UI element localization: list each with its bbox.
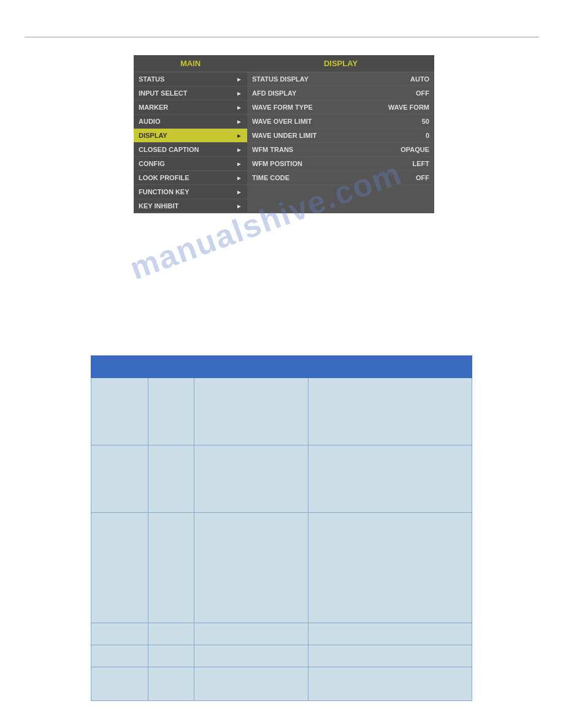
table-cell: [194, 378, 308, 446]
menu-item-key-inhibit-arrow: ►: [236, 203, 242, 210]
menu-item-status[interactable]: STATUS ►: [134, 72, 247, 86]
table-row: [91, 645, 472, 667]
table-cell: [308, 513, 472, 623]
menu-item-marker-label: MARKER: [139, 104, 168, 111]
table-cell: [308, 623, 472, 645]
table-cell: [91, 513, 148, 623]
table-row: [91, 378, 472, 446]
menu-item-status-label: STATUS: [139, 75, 164, 83]
table-cell: [194, 667, 308, 701]
table-cell: [148, 446, 194, 513]
table-cell: [148, 645, 194, 667]
menu-item-display-label: DISPLAY: [139, 132, 167, 139]
menu-item-key-inhibit[interactable]: KEY INHIBIT ►: [134, 199, 247, 213]
menu-item-config[interactable]: CONFIG ►: [134, 157, 247, 171]
menu-item-key-inhibit-label: KEY INHIBIT: [139, 202, 178, 210]
table-cell: [308, 645, 472, 667]
table-cell: [91, 446, 148, 513]
data-table: [91, 355, 472, 701]
display-item-wave-over-limit-value: 50: [422, 118, 429, 125]
menu-item-audio-label: AUDIO: [139, 118, 160, 125]
display-item-wfm-trans-value: OPAQUE: [400, 146, 429, 153]
menu-item-closed-caption[interactable]: CLOSED CAPTION ►: [134, 143, 247, 157]
display-item-wfm-trans[interactable]: WFM TRANS OPAQUE: [247, 143, 434, 157]
menu-container: MAIN STATUS ► INPUT SELECT ► MARKER ► AU…: [134, 55, 434, 213]
table-cell: [91, 623, 148, 645]
menu-item-display[interactable]: DISPLAY ►: [134, 129, 247, 143]
table-row: [91, 446, 472, 513]
display-item-status-display-label: STATUS DISPLAY: [252, 75, 308, 83]
display-item-wfm-trans-label: WFM TRANS: [252, 146, 293, 153]
table-row: [91, 623, 472, 645]
menu-item-config-label: CONFIG: [139, 160, 165, 167]
display-panel-header: DISPLAY: [247, 55, 434, 72]
menu-item-display-arrow: ►: [236, 132, 242, 139]
table-cell: [91, 645, 148, 667]
display-panel: DISPLAY STATUS DISPLAY AUTO AFD DISPLAY …: [247, 55, 434, 213]
table-cell: [308, 667, 472, 701]
display-item-afd-display[interactable]: AFD DISPLAY OFF: [247, 86, 434, 100]
menu-item-audio-arrow: ►: [236, 118, 242, 125]
table-cell: [148, 513, 194, 623]
menu-item-status-arrow: ►: [236, 76, 242, 83]
display-item-time-code[interactable]: TIME CODE OFF: [247, 171, 434, 185]
display-item-wave-form-type-value: WAVE FORM: [388, 104, 429, 111]
table-cell: [308, 378, 472, 446]
menu-item-marker-arrow: ►: [236, 104, 242, 111]
display-item-wfm-position-label: WFM POSITION: [252, 160, 302, 167]
menu-item-input-select-label: INPUT SELECT: [139, 89, 187, 97]
table-cell: [194, 623, 308, 645]
table-header-col2: [148, 356, 194, 378]
table-header-col4: [308, 356, 472, 378]
display-item-wave-under-limit[interactable]: WAVE UNDER LIMIT 0: [247, 129, 434, 143]
menu-item-look-profile[interactable]: LOOK PROFILE ►: [134, 171, 247, 185]
table-cell: [148, 378, 194, 446]
menu-item-closed-caption-arrow: ►: [236, 146, 242, 153]
menu-item-look-profile-label: LOOK PROFILE: [139, 174, 190, 181]
menu-item-function-key[interactable]: FUNCTION KEY ►: [134, 185, 247, 199]
display-item-afd-display-value: OFF: [416, 89, 429, 97]
menu-item-input-select[interactable]: INPUT SELECT ►: [134, 86, 247, 100]
table-cell: [148, 623, 194, 645]
table-cell: [194, 513, 308, 623]
display-item-wave-under-limit-value: 0: [426, 132, 429, 139]
table-row: [91, 667, 472, 701]
menu-item-function-key-arrow: ►: [236, 189, 242, 195]
main-panel: MAIN STATUS ► INPUT SELECT ► MARKER ► AU…: [134, 55, 247, 213]
menu-item-config-arrow: ►: [236, 161, 242, 167]
table-row: [91, 513, 472, 623]
display-item-wave-under-limit-label: WAVE UNDER LIMIT: [252, 132, 317, 139]
table-cell: [91, 667, 148, 701]
display-item-status-display-value: AUTO: [410, 75, 429, 83]
display-item-wave-over-limit[interactable]: WAVE OVER LIMIT 50: [247, 115, 434, 129]
table-section: [91, 355, 472, 701]
display-item-afd-display-label: AFD DISPLAY: [252, 89, 296, 97]
display-item-wfm-position[interactable]: WFM POSITION LEFT: [247, 157, 434, 171]
display-item-wave-form-type[interactable]: WAVE FORM TYPE WAVE FORM: [247, 100, 434, 115]
display-item-wave-form-type-label: WAVE FORM TYPE: [252, 104, 313, 111]
menu-item-look-profile-arrow: ►: [236, 175, 242, 181]
menu-item-audio[interactable]: AUDIO ►: [134, 115, 247, 129]
display-item-wfm-position-value: LEFT: [413, 160, 430, 167]
table-cell: [194, 446, 308, 513]
display-item-time-code-label: TIME CODE: [252, 174, 289, 181]
display-item-wave-over-limit-label: WAVE OVER LIMIT: [252, 118, 312, 125]
menu-item-input-select-arrow: ►: [236, 90, 242, 97]
main-panel-header: MAIN: [134, 55, 247, 72]
top-rule: [25, 37, 538, 37]
display-item-time-code-value: OFF: [416, 174, 429, 181]
menu-item-function-key-label: FUNCTION KEY: [139, 188, 190, 195]
table-header-col1: [91, 356, 148, 378]
table-header-row: [91, 356, 472, 378]
menu-item-closed-caption-label: CLOSED CAPTION: [139, 146, 199, 153]
menu-item-marker[interactable]: MARKER ►: [134, 100, 247, 115]
display-item-status-display[interactable]: STATUS DISPLAY AUTO: [247, 72, 434, 86]
table-header-col3: [194, 356, 308, 378]
table-cell: [308, 446, 472, 513]
table-cell: [148, 667, 194, 701]
table-cell: [194, 645, 308, 667]
table-cell: [91, 378, 148, 446]
